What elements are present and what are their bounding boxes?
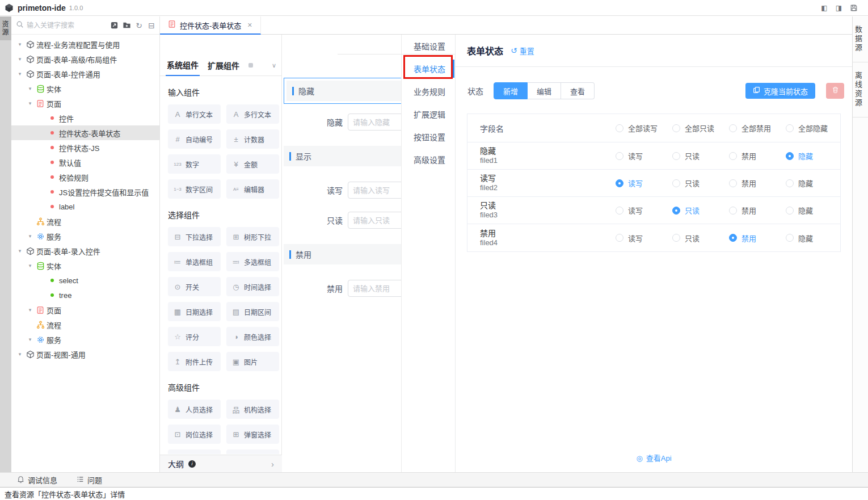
tree-item[interactable]: ▾页面-视图-通用	[11, 347, 159, 362]
caret-icon[interactable]: ▾	[15, 351, 25, 357]
tree-item[interactable]: JS设置控件提交值和显示值	[11, 184, 159, 199]
palette-item[interactable]: ▣图片	[226, 352, 279, 371]
radio-button[interactable]	[729, 152, 737, 160]
palette-item[interactable]: ▦日期选择	[168, 302, 221, 321]
tree-item[interactable]: 流程	[11, 317, 159, 332]
tree-item[interactable]: ▾页面-表单-录入控件	[11, 243, 159, 258]
palette-item[interactable]	[226, 449, 279, 454]
radio-button[interactable]	[786, 234, 794, 242]
radio-button[interactable]	[616, 234, 623, 242]
radio-button[interactable]	[616, 124, 623, 132]
tree-item[interactable]: ▾流程-业务流程配置与使用	[11, 37, 159, 52]
tab-extended-components[interactable]: 扩展组件	[207, 55, 241, 75]
tree-item[interactable]: ▾服务	[11, 229, 159, 243]
radio-button[interactable]	[729, 179, 737, 187]
radio-button[interactable]	[672, 207, 680, 215]
radio-button[interactable]	[672, 152, 680, 160]
tree-item[interactable]: 默认值	[11, 155, 159, 170]
palette-item[interactable]: ≔单选框组	[168, 252, 221, 271]
collapse-all-icon[interactable]: ⊟	[147, 21, 156, 30]
outline-bar[interactable]: 大纲 i ›	[160, 455, 282, 472]
caret-icon[interactable]: ▾	[25, 337, 35, 342]
radio-button[interactable]	[786, 179, 794, 187]
tree-item[interactable]: ▾页面-表单-控件通用	[11, 66, 159, 81]
state-option-button[interactable]: 编辑	[528, 82, 561, 99]
collapse-left-icon[interactable]: ◧	[821, 4, 827, 12]
radio-button[interactable]	[616, 179, 623, 187]
chevron-down-icon[interactable]: ∨	[272, 62, 276, 69]
new-folder-icon[interactable]	[122, 21, 131, 30]
radio-button[interactable]	[786, 207, 794, 215]
palette-item[interactable]: 123数字	[168, 154, 221, 174]
collapse-right-icon[interactable]: ◨	[836, 4, 842, 12]
palette-item[interactable]: ⊟下拉选择	[168, 227, 221, 246]
palette-item[interactable]: ◷时间选择	[226, 277, 279, 296]
palette-item[interactable]: ⊙开关	[168, 277, 221, 296]
caret-icon[interactable]: ▾	[25, 307, 35, 313]
palette-item[interactable]: ◑颜色选择	[226, 327, 279, 346]
caret-icon[interactable]: ▾	[25, 233, 35, 239]
radio-button[interactable]	[786, 124, 794, 132]
radio-button[interactable]	[729, 124, 737, 132]
caret-icon[interactable]: ▾	[25, 263, 35, 268]
refresh-icon[interactable]: ↻	[134, 21, 144, 30]
palette-item[interactable]: ⊞弹窗选择	[226, 425, 279, 444]
state-option-button[interactable]: 查看	[561, 82, 595, 99]
tree-item[interactable]: ▾服务	[11, 332, 159, 347]
save-icon[interactable]	[850, 4, 858, 12]
caret-icon[interactable]: ▾	[15, 71, 25, 77]
palette-item[interactable]: ⊡岗位选择	[168, 425, 221, 444]
right-panel-tab[interactable]: 离线资源	[853, 62, 868, 117]
palette-item[interactable]: ≕多选框组	[226, 252, 279, 271]
tree-item[interactable]: 校验规则	[11, 170, 159, 184]
palette-item[interactable]: ♟人员选择	[168, 400, 221, 419]
palette-item[interactable]: A单行文本	[168, 104, 221, 124]
resources-panel-tab[interactable]: 资源	[0, 16, 11, 40]
tree-item[interactable]: 流程	[11, 214, 159, 229]
tree-item[interactable]: tree	[11, 288, 159, 302]
radio-button[interactable]	[672, 234, 680, 242]
palette-item[interactable]: ▤日期区间	[226, 302, 279, 321]
palette-item[interactable]: 品机构选择	[226, 400, 279, 419]
palette-item[interactable]: #自动编号	[168, 129, 221, 149]
palette-item[interactable]: A≡编辑器	[226, 179, 279, 199]
radio-button[interactable]	[786, 152, 794, 160]
tree-item[interactable]: ▾页面-表单-高级/布局组件	[11, 52, 159, 66]
caret-icon[interactable]: ▾	[15, 41, 25, 47]
radio-button[interactable]	[616, 152, 623, 160]
reset-link[interactable]: ↺ 重置	[511, 45, 534, 56]
view-api-link[interactable]: ◎查看Api	[456, 452, 852, 463]
search-input[interactable]	[27, 22, 107, 30]
editor-tab[interactable]: 控件状态-表单状态 ×	[160, 16, 261, 35]
settings-menu-item[interactable]: 高级设置	[402, 148, 455, 171]
tree-item[interactable]: ▾实体	[11, 258, 159, 273]
caret-icon[interactable]: ▾	[15, 56, 25, 62]
chevron-right-icon[interactable]: ›	[271, 459, 274, 469]
tree-item[interactable]: 控件状态-JS	[11, 140, 159, 155]
caret-icon[interactable]: ▾	[25, 86, 35, 91]
tree-item[interactable]: 控件	[11, 111, 159, 125]
radio-button[interactable]	[729, 234, 737, 242]
palette-item[interactable]: ±计数器	[226, 129, 279, 149]
tree-item[interactable]: ▾实体	[11, 81, 159, 96]
settings-menu-item[interactable]: 扩展逻辑	[402, 103, 455, 125]
problems-item[interactable]: 问题	[77, 474, 102, 485]
clone-state-button[interactable]: 克隆当前状态	[745, 83, 815, 99]
right-panel-tab[interactable]: 数据源	[853, 16, 868, 62]
tree-item[interactable]: label	[11, 199, 159, 214]
tab-system-components[interactable]: 系统组件	[166, 54, 200, 76]
settings-menu-item[interactable]: 业务规则	[402, 80, 455, 103]
state-option-button[interactable]: 新增	[494, 82, 528, 99]
tree-item[interactable]: select	[11, 273, 159, 288]
tree-item[interactable]: ▾页面	[11, 96, 159, 111]
locate-file-icon[interactable]	[109, 21, 119, 30]
palette-item[interactable]: ⊞树形下拉	[226, 227, 279, 246]
palette-item[interactable]	[168, 449, 221, 454]
radio-button[interactable]	[729, 207, 737, 215]
settings-menu-item[interactable]: 表单状态	[402, 57, 455, 80]
close-icon[interactable]: ×	[247, 20, 252, 30]
radio-button[interactable]	[672, 179, 680, 187]
caret-icon[interactable]: ▾	[15, 248, 25, 254]
radio-button[interactable]	[672, 124, 680, 132]
palette-item[interactable]: A多行文本	[226, 104, 279, 124]
